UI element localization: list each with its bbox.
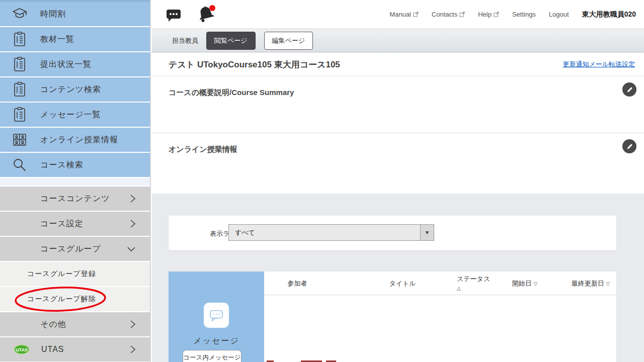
sidebar-item-course-group-register[interactable]: コースグループ登録	[0, 262, 150, 286]
update-mail-settings-link[interactable]: 更新通知メール転送設定	[562, 60, 635, 69]
message-bubble-icon[interactable]	[166, 9, 181, 24]
sort-desc-icon: ▽	[606, 281, 610, 287]
external-link-icon	[413, 12, 419, 17]
sidebar-item-label: 時間割	[40, 9, 66, 20]
utas-logo: UTAS	[13, 343, 30, 355]
chevron-right-icon	[130, 320, 136, 329]
tab-edit-page[interactable]: 編集ページ	[264, 32, 313, 50]
notification-bell-icon[interactable]	[196, 4, 217, 26]
logout-link[interactable]: Logout	[549, 11, 569, 18]
section-title: コースの概要説明/Course Summary	[169, 88, 294, 98]
sidebar-item-course-contents[interactable]: コースコンテンツ	[0, 187, 150, 211]
sidebar-item-online-class[interactable]: オンライン授業情報	[0, 128, 150, 152]
sidebar-item-label: UTAS	[41, 345, 64, 354]
top-bar: Manual Contacts Help Se	[152, 0, 644, 29]
chat-bubble-icon	[204, 303, 229, 328]
clipboard-icon	[11, 107, 28, 122]
chevron-right-icon	[130, 345, 136, 354]
course-title-row: テスト UTokyoCourse105 東大用コース105 更新通知メール転送設…	[152, 53, 644, 76]
username: 東大用教職員020	[582, 10, 636, 19]
sidebar-item-course-search[interactable]: コース検索	[0, 153, 150, 177]
sidebar-item-label: オンライン授業情報	[40, 135, 118, 145]
sort-desc-icon: ▽	[533, 281, 537, 287]
sidebar-item-label: コース検索	[40, 160, 84, 170]
notification-dot	[209, 5, 215, 11]
course-summary-section: コースの概要説明/Course Summary	[152, 76, 644, 133]
sidebar-item-label: コースグループ	[40, 244, 101, 254]
clipboard-icon	[11, 57, 28, 72]
sidebar-item-submissions[interactable]: 提出状況一覧	[0, 52, 150, 76]
sidebar-item-label: コースコンテンツ	[40, 194, 110, 204]
sidebar-item-label: コース設定	[40, 219, 84, 229]
sidebar-item-label: コースグループ登録	[27, 269, 96, 279]
edit-online-class-button[interactable]	[622, 139, 636, 153]
sidebar-item-label: コンテンツ検索	[40, 84, 101, 95]
chevron-down-icon	[127, 246, 136, 252]
panel-title: メッセージ	[169, 336, 264, 346]
help-link[interactable]: Help	[478, 11, 499, 18]
search-icon	[11, 157, 28, 172]
edit-summary-button[interactable]	[622, 82, 636, 97]
chevron-right-icon	[130, 219, 136, 228]
sidebar-item-label: メッセージ一覧	[40, 110, 101, 120]
main-content: Manual Contacts Help Se	[152, 0, 644, 362]
sidebar-divider	[0, 178, 150, 186]
dropdown-selected-value: すべて	[235, 228, 255, 237]
sidebar-item-course-settings[interactable]: コース設定	[0, 212, 150, 236]
role-label: 担当教員	[172, 36, 198, 45]
page-title: テスト UTokyoCourse105 東大用コース105	[169, 59, 340, 70]
people-grid-icon	[11, 133, 28, 146]
message-table-card: メッセージ コース内メッセージ 参加者 タイトル ステータス △ 開始日 ▽ 最…	[169, 272, 616, 362]
online-class-section: オンライン授業情報	[152, 133, 644, 193]
external-link-icon	[494, 12, 499, 17]
column-header-participants: 参加者	[288, 279, 307, 288]
sidebar-item-message-list[interactable]: メッセージ一覧	[0, 103, 150, 127]
table-header-row: 参加者 タイトル ステータス △ 開始日 ▽ 最終更新日 ▽	[264, 272, 616, 295]
sidebar-item-label: コースグループ解除	[27, 295, 96, 304]
graduation-cap-icon	[11, 7, 28, 21]
contacts-link[interactable]: Contacts	[432, 11, 465, 18]
tab-view-page[interactable]: 閲覧ページ	[206, 32, 256, 50]
sort-asc-icon: △	[457, 286, 461, 291]
chevron-right-icon	[130, 194, 136, 203]
column-header-title: タイトル	[389, 279, 416, 288]
pencil-icon	[626, 143, 633, 150]
svg-text:UTAS: UTAS	[16, 347, 28, 352]
sidebar-item-course-group[interactable]: コースグループ	[0, 237, 150, 261]
external-link-icon	[459, 12, 465, 17]
pencil-icon	[626, 86, 633, 94]
header-links: Manual Contacts Help Se	[389, 0, 636, 29]
column-header-status[interactable]: ステータス △	[457, 275, 490, 292]
sidebar: 時間割 教材一覧 提出状況一覧	[0, 0, 151, 362]
sidebar-item-timetable[interactable]: 時間割	[0, 2, 150, 26]
sidebar-item-course-group-remove[interactable]: コースグループ解除	[0, 287, 150, 311]
sidebar-item-label: 提出状況一覧	[40, 59, 92, 70]
section-title: オンライン授業情報	[169, 145, 237, 154]
sidebar-item-utas[interactable]: UTAS UTAS	[0, 337, 150, 361]
dropdown-arrow-icon[interactable]: ▼	[420, 225, 434, 240]
manual-link[interactable]: Manual	[389, 11, 419, 18]
column-header-last-updated[interactable]: 最終更新日 ▽	[572, 279, 610, 288]
sidebar-item-label: その他	[40, 319, 66, 330]
clipboard-icon	[11, 32, 28, 47]
settings-link[interactable]: Settings	[512, 11, 536, 18]
column-header-start-date[interactable]: 開始日 ▽	[512, 279, 537, 288]
message-category-panel: メッセージ コース内メッセージ	[169, 272, 264, 362]
page-tab-bar: 担当教員 閲覧ページ 編集ページ	[152, 29, 644, 52]
clipboard-icon	[11, 82, 28, 97]
label-filter-card: 表示ラベル すべて ▼	[169, 216, 616, 250]
course-message-button[interactable]: コース内メッセージ	[183, 350, 242, 362]
label-filter-dropdown[interactable]: すべて ▼	[228, 224, 434, 241]
sidebar-item-content-search[interactable]: コンテンツ検索	[0, 77, 150, 102]
course-panel: テスト UTokyoCourse105 東大用コース105 更新通知メール転送設…	[152, 53, 644, 194]
sidebar-item-materials[interactable]: 教材一覧	[0, 27, 150, 51]
sidebar-item-label: 教材一覧	[40, 34, 74, 45]
sidebar-item-others[interactable]: その他	[0, 312, 150, 336]
